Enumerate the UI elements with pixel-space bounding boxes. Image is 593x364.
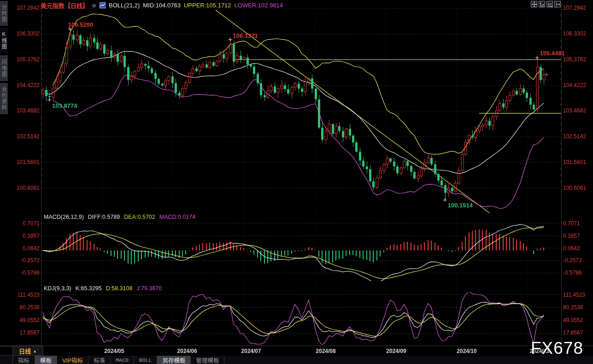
boll-upper-value: UPPER:105.1712 [184,2,231,9]
x-axis-label: 2024/06 [177,348,197,354]
tab-macd[interactable]: MACD [111,356,134,364]
kdj-y-axis-left: 111.452380.253849.055217.8567 [13,292,40,335]
x-axis-label: 2024/09 [386,348,406,354]
sidebar-item-time-chart[interactable]: 分时图 [0,1,8,26]
scale-y-axis-button[interactable] [539,1,545,7]
main-y-axis-left: 107.2842106.3302105.3762104.4222103.4682… [13,5,40,191]
chart-header: 美元指数【日线】 ⊕ BOLL(21,2) MID:104.0763 UPPER… [41,1,283,9]
move-tool-button[interactable] [531,1,537,7]
tab-boll[interactable]: BOLL [134,356,158,364]
axis-corner-cell [0,346,12,356]
tab-indicators[interactable]: 指标 [12,356,35,364]
kdj-panel-header: KDJ(9,3,3) K:65.3295 D:58.3108 J:79.3670 [44,285,162,292]
tab-manage-template[interactable]: 管理模板 [191,356,224,364]
macd-macd-value: MACD:0.0174 [159,214,196,221]
price-high-label: 105.4481 [540,50,565,57]
boll-lower-value: LOWER:102.9814 [235,2,283,9]
link-icon[interactable]: ⊕ [92,2,96,9]
x-axis-label: 2024/05 [104,348,124,354]
boll-mid-value: MID:104.0763 [143,2,181,9]
symbol-title: 美元指数【日线】 [41,1,88,10]
tab-standard[interactable]: 标准 [88,356,111,364]
price-high-label: 106.1321 [233,32,258,39]
tab-templates[interactable]: 模板 [35,356,57,364]
period-selector[interactable]: 日线 ▲ [12,346,43,356]
kdj-y-axis-right: 111.452380.253849.055217.8567 [563,292,591,335]
kdj-d-value: D:58.3108 [106,285,133,292]
sidebar-item-candle-chart[interactable]: K线图 [0,28,8,53]
period-arrow-icon: ▲ [33,349,37,353]
main-y-axis-right: 107.2842106.3302105.3762104.4222103.4682… [563,5,591,191]
main-chart-canvas[interactable] [0,0,593,364]
kdj-k-value: K:65.3295 [76,285,102,292]
boll-label: BOLL(21,2) [109,2,140,9]
tab-vip-indicators[interactable]: VIP指标 [57,356,88,364]
chart-type-sidebar: 分时图 K线图 闪电图 合约资料 [0,0,8,115]
macd-diff-value: DIFF:0.5789 [88,214,120,221]
kdj-j-value: J:79.3670 [136,285,162,292]
macd-dea-value: DEA:0.5702 [124,214,155,221]
x-axis-label: 2024/07 [241,348,261,354]
macd-panel-header: MACD(26,12,9) DIFF:0.5789 DEA:0.5702 MAC… [44,214,195,221]
macd-title: MACD(26,12,9) [44,214,84,221]
x-axis-label: 2024/10 [457,348,476,354]
chart-toolbar [531,1,561,7]
sidebar-item-flash-chart[interactable]: 闪电图 [0,55,8,81]
sidebar-item-contract-info[interactable]: 合约资料 [0,83,8,114]
shift-chart-button[interactable] [554,1,561,7]
kdj-title: KDJ(9,3,3) [44,285,71,292]
indicator-tab-bar: 指标 模板 VIP指标 标准 MACD BOLL 另存模板 管理模板 [0,356,593,364]
mini-chart-icon [100,2,106,8]
price-low-label: 100.1514 [448,202,473,209]
fx678-watermark: FX678 [531,339,583,358]
trading-terminal: { "header": { "symbol_title": "美元指数【日线】"… [0,0,593,364]
macd-y-axis-left: 0.70710.38570.0642-0.2572-0.5786 [13,221,40,276]
period-label: 日线 [19,346,31,355]
x-axis-label: 2024/08 [316,348,335,354]
price-low-label: 103.8774 [52,102,77,109]
scale-x-axis-button[interactable] [546,1,553,7]
tab-save-template[interactable]: 另存模板 [157,356,191,364]
price-high-label: 106.5200 [68,21,93,28]
macd-y-axis-right: 0.70710.38570.0642-0.2572-0.5786 [563,221,591,276]
